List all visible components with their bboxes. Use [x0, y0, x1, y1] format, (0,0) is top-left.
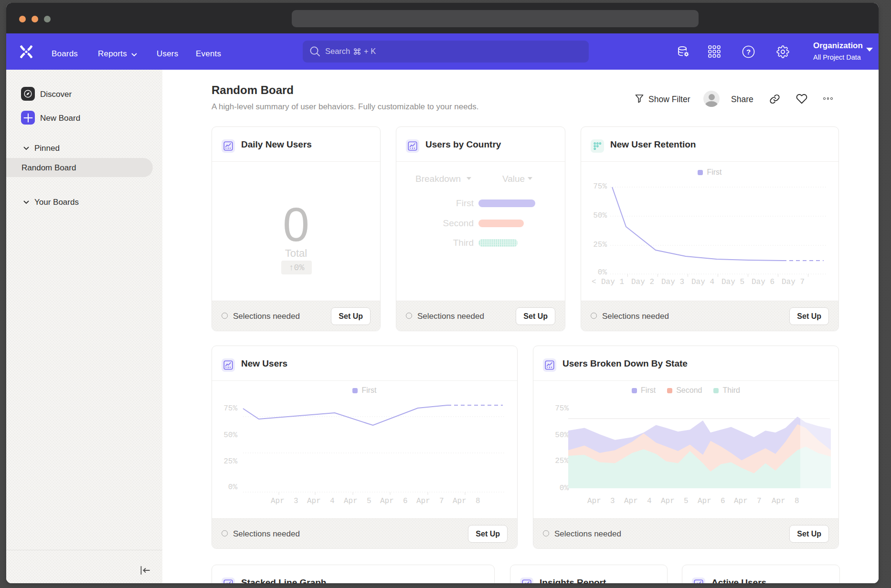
svg-text:?: ? — [746, 48, 751, 56]
